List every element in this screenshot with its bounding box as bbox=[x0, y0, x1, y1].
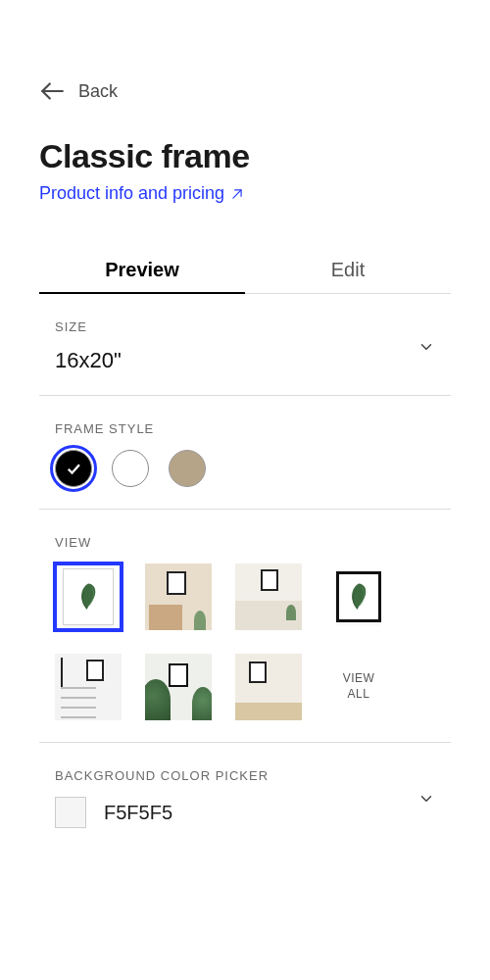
view-thumb-room-desk[interactable] bbox=[235, 654, 302, 720]
external-arrow-icon bbox=[230, 187, 244, 201]
page-title: Classic frame bbox=[39, 137, 451, 175]
product-info-link[interactable]: Product info and pricing bbox=[39, 183, 244, 204]
frame-style-natural[interactable] bbox=[169, 450, 206, 487]
tab-edit[interactable]: Edit bbox=[245, 247, 451, 293]
view-grid: VIEWALL bbox=[55, 564, 435, 720]
background-color-value: F5F5F5 bbox=[104, 802, 172, 824]
chevron-down-icon bbox=[417, 790, 435, 808]
view-thumb-room-warm[interactable] bbox=[145, 564, 212, 630]
background-color-label: Background color picker bbox=[55, 768, 435, 783]
frame-style-label: Frame style bbox=[55, 421, 435, 436]
size-selector[interactable]: 16x20" bbox=[55, 348, 435, 373]
frame-style-section: Frame style bbox=[39, 396, 451, 510]
chevron-down-icon bbox=[417, 338, 435, 356]
background-color-selector[interactable]: F5F5F5 bbox=[55, 797, 435, 828]
frame-style-swatches bbox=[55, 450, 435, 487]
arrow-left-icon bbox=[39, 78, 65, 104]
view-thumb-room-shelf[interactable] bbox=[55, 654, 122, 720]
view-thumb-product-black[interactable] bbox=[325, 564, 392, 630]
tab-edit-label: Edit bbox=[331, 259, 365, 280]
product-info-label: Product info and pricing bbox=[39, 183, 224, 204]
size-section: Size 16x20" bbox=[39, 294, 451, 396]
size-label: Size bbox=[55, 319, 435, 334]
back-label: Back bbox=[78, 81, 118, 102]
frame-style-white[interactable] bbox=[112, 450, 149, 487]
view-thumb-room-bed[interactable] bbox=[235, 564, 302, 630]
view-thumb-room-plants[interactable] bbox=[145, 654, 212, 720]
view-thumb-product-white[interactable] bbox=[55, 564, 122, 630]
background-color-swatch bbox=[55, 797, 86, 828]
tab-preview-label: Preview bbox=[105, 259, 179, 280]
back-button[interactable]: Back bbox=[39, 78, 451, 104]
size-value: 16x20" bbox=[55, 348, 122, 373]
background-color-section: Background color picker F5F5F5 bbox=[39, 743, 451, 850]
tab-preview[interactable]: Preview bbox=[39, 247, 245, 293]
frame-style-black[interactable] bbox=[55, 450, 92, 487]
view-all-button[interactable]: VIEWALL bbox=[325, 654, 392, 720]
svg-line-1 bbox=[233, 189, 241, 197]
view-label: View bbox=[55, 535, 435, 550]
tabs: Preview Edit bbox=[39, 247, 451, 294]
view-section: View VIEWALL bbox=[39, 510, 451, 743]
